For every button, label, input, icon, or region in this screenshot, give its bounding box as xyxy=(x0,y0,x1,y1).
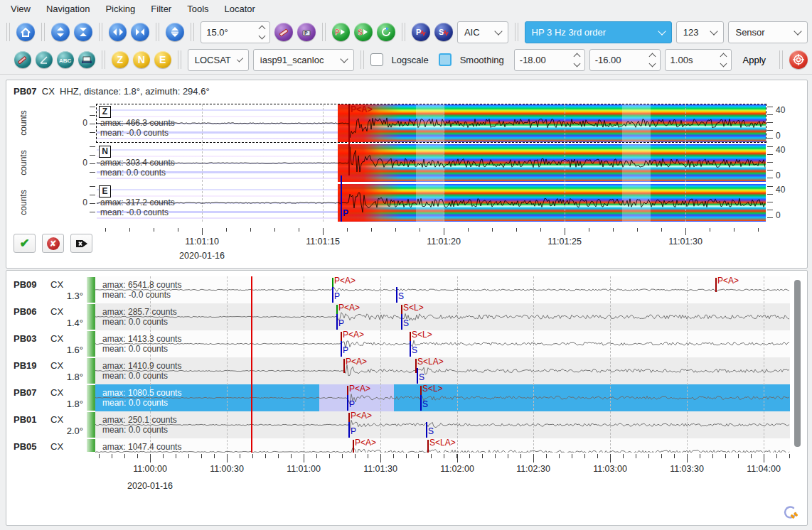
frequency-axis-ruler xyxy=(767,186,773,220)
time-zoom-out-button[interactable] xyxy=(109,23,127,41)
picker-algorithm-select[interactable]: AIC xyxy=(457,21,508,43)
manual-pick-line[interactable] xyxy=(341,341,342,357)
trace-area[interactable]: amax: 250.1 countsmean: 0.0 countsP<A>PS xyxy=(95,411,790,438)
relocate-button[interactable] xyxy=(789,50,808,69)
manual-pick-line[interactable] xyxy=(401,314,402,330)
auto-pick-line[interactable] xyxy=(427,440,429,453)
default-scale-button[interactable] xyxy=(166,23,184,41)
distance-value: 1.8° xyxy=(46,372,83,382)
manual-pick-line[interactable] xyxy=(348,422,350,438)
waveform xyxy=(95,411,790,438)
repick-button[interactable] xyxy=(377,23,395,41)
gain-mode-select[interactable]: Sensor xyxy=(728,21,808,43)
manual-pick-line[interactable] xyxy=(332,287,333,303)
p-phase-pick-button[interactable]: P xyxy=(412,23,430,41)
skip-trace-button[interactable] xyxy=(70,234,92,253)
menu-tools[interactable]: Tools xyxy=(179,1,216,16)
smoothing-checkbox[interactable] xyxy=(439,53,452,66)
vertical-scrollbar[interactable] xyxy=(794,280,801,447)
trace-area[interactable]: amax: 285.7 countsmean: 0.0 countsP<A>PS… xyxy=(95,303,790,330)
logscale-checkbox[interactable] xyxy=(370,53,383,66)
amplitude-zoom-out-button[interactable] xyxy=(51,23,70,41)
spectrogram-tool-button[interactable] xyxy=(14,51,31,68)
spectrum-min-spinner[interactable]: -18.00 xyxy=(514,49,585,71)
auto-pick-label: P<A> xyxy=(351,411,372,421)
menu-navigation[interactable]: Navigation xyxy=(38,1,97,16)
goto-next-s-button[interactable]: S xyxy=(354,23,373,41)
measure-tool-button[interactable] xyxy=(274,23,293,41)
manual-pick-line[interactable] xyxy=(347,395,348,411)
spectrum-max-spinner[interactable]: -16.00 xyxy=(589,49,661,71)
auto-pick-line[interactable] xyxy=(715,278,717,292)
station-code: PB03 xyxy=(14,333,37,344)
waveform xyxy=(95,303,790,330)
station-row-PB19[interactable]: PB19CX1.8°amax: 1410.9 countsmean: 0.0 c… xyxy=(6,357,807,384)
station-row-PB01[interactable]: PB01CX2.0°amax: 250.1 countsmean: 0.0 co… xyxy=(6,411,807,438)
station-row-PB03[interactable]: PB03CX1.6°amax: 1413.3 countsmean: 0.0 c… xyxy=(6,330,807,357)
time-window-spinner[interactable]: 1.00s xyxy=(665,49,732,71)
station-row-PB05[interactable]: PB05CXamax: 1047.4 countsmean: 0.0 count… xyxy=(6,438,807,453)
auto-pick-line[interactable] xyxy=(353,440,354,453)
auto-pick-line[interactable] xyxy=(343,359,345,373)
auto-pick-label: S<L> xyxy=(412,330,432,340)
home-button[interactable] xyxy=(16,23,35,41)
manual-pick-line[interactable] xyxy=(426,422,427,438)
component-z-button[interactable]: Z xyxy=(112,51,129,68)
manual-pick-line[interactable] xyxy=(396,287,397,303)
pick-mode-button[interactable]: P xyxy=(297,23,316,41)
frequency-tick-bottom: 0 xyxy=(776,210,781,220)
menu-view[interactable]: View xyxy=(3,1,38,16)
component-e-button[interactable]: E xyxy=(154,51,171,68)
trace-area[interactable]: amax: 1413.3 countsmean: 0.0 countsP<A>P… xyxy=(95,330,790,357)
distance-value: 1.3° xyxy=(46,291,83,301)
station-row-PB07[interactable]: PB07CX1.8°amax: 1080.5 countsmean: 0.0 c… xyxy=(6,384,807,411)
menu-locator[interactable]: Locator xyxy=(217,1,263,16)
menu-filter[interactable]: Filter xyxy=(143,1,179,16)
amplitude-zoom-in-button[interactable] xyxy=(74,23,92,41)
goto-next-p-button[interactable]: P xyxy=(332,23,351,41)
reject-pick-button[interactable]: ✘ xyxy=(42,234,64,253)
manual-pick-line[interactable] xyxy=(410,341,411,357)
network-code: CX xyxy=(50,306,63,317)
component-panel-N[interactable]: Namax: 303.4 countsmean: 0.0 counts xyxy=(97,144,766,182)
menu-picking[interactable]: Picking xyxy=(97,1,143,16)
locator-select[interactable]: LOCSAT xyxy=(188,49,249,71)
trace-area[interactable]: amax: 1410.9 countsmean: 0.0 countsP<A>S… xyxy=(95,357,790,384)
time-tick-label: 11:01:00 xyxy=(287,464,321,474)
component-panel-Z[interactable]: Zamax: 466.3 countsmean: -0.0 counts xyxy=(97,104,766,142)
time-axis-ticks xyxy=(97,228,766,235)
network-code: CX xyxy=(50,279,63,290)
amplitude-axis-ruler xyxy=(90,186,95,220)
phase-labels-button[interactable]: ABC xyxy=(57,51,74,68)
distance-value: 1.4° xyxy=(46,318,83,328)
locator-profile-select[interactable]: iasp91_scanloc xyxy=(253,49,354,71)
align-ruler-button[interactable] xyxy=(78,51,95,68)
filter-select[interactable]: HP 3 Hz 3rd order xyxy=(525,21,672,43)
trace-area[interactable]: amax: 1080.5 countsmean: 0.0 countsP<A>P… xyxy=(95,384,790,411)
rotation-angle-spinner[interactable]: 15.0° xyxy=(201,21,270,43)
component-set-select[interactable]: 123 xyxy=(676,21,725,43)
time-tick-label: 11:00:30 xyxy=(210,464,244,474)
apply-button[interactable]: Apply xyxy=(736,52,774,68)
station-row-PB06[interactable]: PB06CX1.4°amax: 285.7 countsmean: 0.0 co… xyxy=(6,303,807,330)
component-panel-E[interactable]: Eamax: 317.2 countsmean: -0.0 counts xyxy=(97,184,766,222)
trace-area[interactable]: amax: 1047.4 countsmean: 0.0 countsP<A>S… xyxy=(95,438,790,453)
s-phase-pick-button[interactable]: S xyxy=(434,23,453,41)
confirm-pick-button[interactable]: ✔ xyxy=(14,234,36,253)
time-tick-label: 11:01:30 xyxy=(363,464,397,474)
svg-text:P: P xyxy=(304,31,308,36)
angle-tool-button[interactable] xyxy=(36,51,53,68)
manual-pick-line[interactable] xyxy=(336,314,338,330)
manual-pick-line[interactable] xyxy=(417,368,418,384)
auto-pick-label: S<LA> xyxy=(429,438,456,448)
component-n-button[interactable]: N xyxy=(133,51,150,68)
time-zoom-in-button[interactable] xyxy=(131,23,149,41)
manual-pick-line[interactable] xyxy=(420,395,422,411)
station-code: PB05 xyxy=(14,441,37,452)
smoothing-label: Smoothing xyxy=(460,55,504,65)
frequency-axis-ruler xyxy=(767,146,773,180)
amax-value: amax: 466.3 counts xyxy=(100,118,175,128)
trace-area[interactable]: amax: 6541.8 countsmean: -0.0 countsP<A>… xyxy=(95,276,790,303)
time-tick-label: 11:04:00 xyxy=(747,464,781,474)
station-row-PB09[interactable]: PB09CX1.3°amax: 6541.8 countsmean: -0.0 … xyxy=(6,276,807,303)
